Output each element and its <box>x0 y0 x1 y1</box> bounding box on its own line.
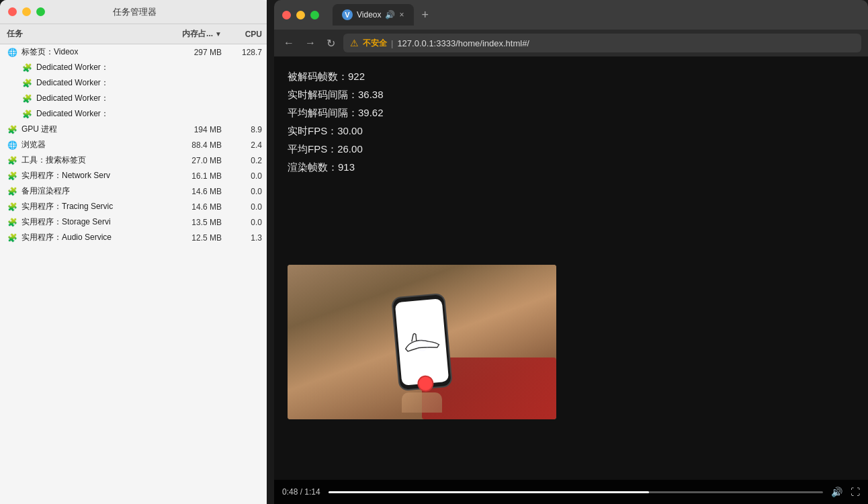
phone-scene <box>288 265 556 419</box>
row-cpu: 0.0 <box>222 218 262 227</box>
browser-navigation: ← → ↻ ⚠ 不安全 | 127.0.0.1:3333/home/index.… <box>274 30 868 56</box>
row-cpu: 0.2 <box>222 156 262 165</box>
tab-close-icon[interactable]: × <box>399 10 404 19</box>
tab-icon: 🌐 <box>7 47 17 58</box>
row-cpu: 0.0 <box>222 187 262 196</box>
task-manager-titlebar: 任务管理器 <box>0 0 269 24</box>
video-content <box>288 265 556 419</box>
row-memory: 297 MB <box>161 48 222 57</box>
table-row[interactable]: 🌐 浏览器 88.4 MB 2.4 <box>0 137 269 153</box>
puzzle-icon: 🧩 <box>7 155 17 166</box>
table-row[interactable]: 🧩 实用程序：Storage Servi 13.5 MB 0.0 <box>0 214 269 230</box>
minimize-button[interactable] <box>22 7 31 16</box>
puzzle-icon: 🧩 <box>21 109 32 120</box>
row-task: 🧩 备用渲染程序 <box>7 185 161 197</box>
tab-favicon: V <box>342 9 353 20</box>
avg-fps-value: 26.00 <box>337 140 363 158</box>
window-controls <box>8 7 45 16</box>
row-label: Dedicated Worker： <box>36 108 109 120</box>
row-task: 🧩 实用程序：Tracing Servic <box>7 201 161 212</box>
stat-rendered-frames: 渲染帧数： 913 <box>288 158 855 176</box>
table-row[interactable]: 🧩 实用程序：Network Serv 16.1 MB 0.0 <box>0 168 269 183</box>
rendered-frames-label: 渲染帧数： <box>288 158 338 176</box>
forward-button[interactable]: → <box>302 34 318 52</box>
volume-icon[interactable]: 🔊 <box>831 487 842 497</box>
back-button[interactable]: ← <box>281 34 297 52</box>
table-row[interactable]: 🧩 Dedicated Worker： <box>0 75 269 91</box>
video-thumbnail[interactable] <box>288 265 556 419</box>
row-memory: 27.0 MB <box>161 156 222 165</box>
address-bar[interactable]: ⚠ 不安全 | 127.0.0.1:3333/home/index.html#/ <box>343 34 861 52</box>
table-row[interactable]: 🧩 实用程序：Audio Service 12.5 MB 1.3 <box>0 230 269 245</box>
browser-close-button[interactable] <box>282 11 291 19</box>
column-cpu-header: CPU <box>222 30 262 39</box>
new-tab-button[interactable]: + <box>418 8 433 22</box>
row-task: 🧩 Dedicated Worker： <box>7 77 161 89</box>
browser-window-controls <box>282 11 319 19</box>
maximize-button[interactable] <box>36 7 45 16</box>
sort-arrow-icon: ▼ <box>215 30 222 38</box>
refresh-button[interactable]: ↻ <box>324 34 338 52</box>
row-memory: 16.1 MB <box>161 171 222 181</box>
table-row[interactable]: 🧩 GPU 进程 194 MB 8.9 <box>0 122 269 137</box>
row-cpu: 8.9 <box>222 125 262 134</box>
row-task: 🌐 标签页：Videox <box>7 46 161 58</box>
player-time: 0:48 / 1:14 <box>282 487 320 497</box>
row-memory: 88.4 MB <box>161 140 222 150</box>
stat-realtime-fps: 实时FPS： 30.00 <box>288 122 855 140</box>
row-cpu: 128.7 <box>222 48 262 57</box>
puzzle-icon: 🧩 <box>21 78 32 89</box>
task-manager-window: 任务管理器 任务 内存占... ▼ CPU 🌐 标签页：Videox 297 M… <box>0 0 269 504</box>
puzzle-icon: 🧩 <box>7 233 17 243</box>
table-row[interactable]: 🧩 实用程序：Tracing Servic 14.6 MB 0.0 <box>0 199 269 214</box>
browser-window: V Videox 🔊 × + ← → ↻ ⚠ 不安全 | 127.0.0.1:3… <box>274 0 868 504</box>
row-label: Dedicated Worker： <box>36 93 109 104</box>
puzzle-icon: 🧩 <box>7 124 17 135</box>
puzzle-icon: 🧩 <box>7 171 17 181</box>
browser-tab[interactable]: V Videox 🔊 × <box>333 4 414 26</box>
avg-decode-interval-value: 39.62 <box>358 103 384 122</box>
player-progress-bar[interactable] <box>329 491 823 493</box>
row-label: Dedicated Worker： <box>36 77 109 89</box>
shoe-svg <box>400 327 443 357</box>
fullscreen-icon[interactable]: ⛶ <box>851 487 860 497</box>
process-list: 🌐 标签页：Videox 297 MB 128.7 🧩 Dedicated Wo… <box>0 44 269 504</box>
close-button[interactable] <box>8 7 17 16</box>
puzzle-icon: 🧩 <box>7 186 17 197</box>
decoded-frames-label: 被解码帧数： <box>288 67 348 85</box>
realtime-decode-interval-label: 实时解码间隔： <box>288 85 358 103</box>
realtime-fps-label: 实时FPS： <box>288 122 337 140</box>
table-row[interactable]: 🧩 工具：搜索标签页 27.0 MB 0.2 <box>0 153 269 168</box>
task-manager-title: 任务管理器 <box>113 6 157 18</box>
address-text: 127.0.0.1:3333/home/index.html#/ <box>397 38 529 48</box>
browser-maximize-button[interactable] <box>310 11 319 19</box>
table-row[interactable]: 🧩 Dedicated Worker： <box>0 106 269 122</box>
row-task: 🧩 实用程序：Network Serv <box>7 170 161 181</box>
row-task: 🌐 浏览器 <box>7 139 161 151</box>
row-task: 🧩 实用程序：Audio Service <box>7 232 161 243</box>
video-player-bar: 0:48 / 1:14 🔊 ⛶ <box>274 480 868 504</box>
row-memory: 14.6 MB <box>161 202 222 212</box>
row-task: 🧩 Dedicated Worker： <box>7 93 161 104</box>
tab-audio-icon[interactable]: 🔊 <box>385 10 395 19</box>
puzzle-icon: 🧩 <box>21 62 32 73</box>
address-separator: | <box>391 38 393 48</box>
column-memory-header[interactable]: 内存占... ▼ <box>161 28 222 40</box>
stat-avg-fps: 平均FPS： 26.00 <box>288 140 855 158</box>
row-label: GPU 进程 <box>21 124 57 135</box>
row-memory: 194 MB <box>161 125 222 134</box>
table-row[interactable]: 🧩 备用渲染程序 14.6 MB 0.0 <box>0 183 269 199</box>
stats-panel: 被解码帧数： 922 实时解码间隔： 36.38 平均解码间隔： 39.62 实… <box>274 56 868 187</box>
row-task: 🧩 实用程序：Storage Servi <box>7 216 161 228</box>
stat-decoded-frames: 被解码帧数： 922 <box>288 67 855 85</box>
puzzle-icon: 🧩 <box>7 217 17 228</box>
row-memory: 14.6 MB <box>161 187 222 196</box>
tab-bar: V Videox 🔊 × + <box>333 4 860 26</box>
row-label: 标签页：Videox <box>21 46 78 58</box>
row-task: 🧩 Dedicated Worker： <box>7 62 161 73</box>
browser-minimize-button[interactable] <box>296 11 305 19</box>
table-row[interactable]: 🧩 Dedicated Worker： <box>0 60 269 75</box>
table-row[interactable]: 🌐 标签页：Videox 297 MB 128.7 <box>0 44 269 60</box>
row-label: 实用程序：Audio Service <box>21 232 112 243</box>
table-row[interactable]: 🧩 Dedicated Worker： <box>0 91 269 106</box>
